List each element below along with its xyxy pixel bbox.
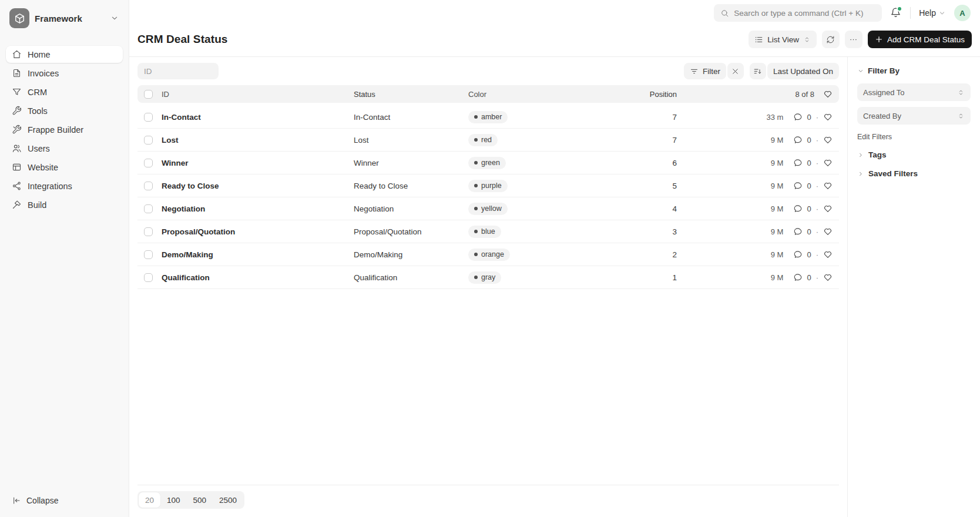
app-switcher[interactable]: Framework xyxy=(6,7,123,29)
heart-icon[interactable] xyxy=(823,135,833,145)
comment-count: 0 xyxy=(807,159,811,167)
help-menu[interactable]: Help xyxy=(919,8,946,18)
assigned-to-select[interactable]: Assigned To xyxy=(857,83,971,101)
comment-icon[interactable] xyxy=(793,135,803,145)
cell-id: Demo/Making xyxy=(162,250,354,259)
sidebar-item[interactable]: Build xyxy=(6,196,123,213)
list-footer: 20 100 500 2500 xyxy=(137,485,839,517)
sidebar-item[interactable]: Invoices xyxy=(6,65,123,82)
header-check-cell xyxy=(144,90,162,99)
comment-count: 0 xyxy=(807,182,811,190)
filter-by-section-toggle[interactable]: Filter By xyxy=(857,66,971,75)
page-size-button[interactable]: 20 xyxy=(139,492,160,508)
page-title: CRM Deal Status xyxy=(137,33,228,46)
comment-icon[interactable] xyxy=(793,112,803,122)
global-search[interactable] xyxy=(714,4,882,22)
ellipsis-icon xyxy=(849,35,858,44)
view-switcher-button[interactable]: List View xyxy=(749,31,817,48)
sort-icon xyxy=(753,67,762,76)
table-row[interactable]: Ready to Close Ready to Close purple 5 9 xyxy=(137,174,839,197)
collapse-sidebar-button[interactable]: Collapse xyxy=(6,492,123,509)
page-size-button[interactable]: 100 xyxy=(160,492,187,508)
close-icon xyxy=(731,67,740,76)
select-all-checkbox[interactable] xyxy=(144,90,153,99)
row-checkbox[interactable] xyxy=(144,273,153,282)
heart-icon[interactable] xyxy=(823,112,833,122)
edit-filters-link[interactable]: Edit Filters xyxy=(857,133,971,141)
row-checkbox[interactable] xyxy=(144,113,153,122)
id-filter-input[interactable] xyxy=(137,63,219,79)
clear-filter-button[interactable] xyxy=(727,63,744,79)
comment-icon[interactable] xyxy=(793,250,803,259)
chevron-right-icon xyxy=(857,152,864,159)
cell-id: Lost xyxy=(162,136,354,145)
notifications-button[interactable] xyxy=(890,7,902,19)
sidebar-item-label: Invoices xyxy=(28,69,59,78)
cell-modified: 33 m xyxy=(767,113,784,122)
table-row[interactable]: Demo/Making Demo/Making orange 2 9 M xyxy=(137,243,839,266)
assigned-to-label: Assigned To xyxy=(863,88,905,97)
table-row[interactable]: Lost Lost red 7 9 M xyxy=(137,129,839,152)
page-size-selector: 20 100 500 2500 xyxy=(137,491,244,509)
cell-id: Qualification xyxy=(162,273,354,282)
row-checkbox[interactable] xyxy=(144,204,153,213)
heart-icon[interactable] xyxy=(823,158,833,167)
comment-icon[interactable] xyxy=(793,204,803,213)
row-checkbox[interactable] xyxy=(144,136,153,145)
meta-separator: · xyxy=(815,136,819,145)
users-icon xyxy=(12,143,22,153)
sidebar-item[interactable]: CRM xyxy=(6,83,123,100)
sidebar-item[interactable]: Frappe Builder xyxy=(6,121,123,138)
heart-icon[interactable] xyxy=(823,89,833,99)
row-checkbox[interactable] xyxy=(144,250,153,259)
comment-icon[interactable] xyxy=(793,181,803,190)
heart-icon[interactable] xyxy=(823,227,833,236)
sidebar-item[interactable]: Tools xyxy=(6,102,123,119)
refresh-button[interactable] xyxy=(822,31,840,48)
heart-icon[interactable] xyxy=(823,181,833,190)
meta-separator: · xyxy=(815,113,819,122)
cube-icon xyxy=(14,13,25,24)
meta-separator: · xyxy=(815,204,819,213)
sort-field-button[interactable]: Last Updated On xyxy=(767,63,839,79)
row-checkbox[interactable] xyxy=(144,182,153,190)
collapse-label: Collapse xyxy=(26,496,58,505)
sidebar-item[interactable]: Website xyxy=(6,159,123,176)
table-row[interactable]: Negotiation Negotiation yellow 4 9 M xyxy=(137,197,839,220)
heart-icon[interactable] xyxy=(823,250,833,259)
search-icon xyxy=(720,9,729,18)
table-row[interactable]: Qualification Qualification gray 1 9 M xyxy=(137,266,839,289)
page-size-button[interactable]: 2500 xyxy=(213,492,243,508)
heart-icon[interactable] xyxy=(823,273,833,282)
chevron-down-icon xyxy=(938,9,946,17)
filter-button[interactable]: Filter xyxy=(684,63,726,79)
more-options-button[interactable] xyxy=(845,31,862,48)
comment-icon[interactable] xyxy=(793,273,803,282)
add-crm-deal-status-button[interactable]: Add CRM Deal Status xyxy=(868,31,972,48)
table-row[interactable]: In-Contact In-Contact amber 7 33 m xyxy=(137,106,839,129)
sort-direction-button[interactable] xyxy=(750,63,766,79)
sidebar-item[interactable]: Users xyxy=(6,140,123,157)
comment-icon[interactable] xyxy=(793,158,803,167)
heart-icon[interactable] xyxy=(823,204,833,213)
table-row[interactable]: Proposal/Quotation Proposal/Quotation bl… xyxy=(137,220,839,243)
color-tag: gray xyxy=(468,271,501,284)
cell-id: Winner xyxy=(162,159,354,167)
page-size-button[interactable]: 500 xyxy=(187,492,213,508)
comment-icon[interactable] xyxy=(793,227,803,236)
sidebar-item-label: Website xyxy=(28,163,58,172)
tags-section-toggle[interactable]: Tags xyxy=(857,150,971,159)
saved-filters-section-toggle[interactable]: Saved Filters xyxy=(857,169,971,178)
row-checkbox[interactable] xyxy=(144,227,153,236)
user-avatar[interactable]: A xyxy=(954,5,971,21)
cell-modified: 9 M xyxy=(771,159,784,167)
created-by-select[interactable]: Created By xyxy=(857,107,971,125)
add-button-label: Add CRM Deal Status xyxy=(887,35,965,44)
framework-logo xyxy=(9,8,29,28)
website-icon xyxy=(12,162,22,172)
row-checkbox[interactable] xyxy=(144,159,153,167)
table-row[interactable]: Winner Winner green 6 9 M xyxy=(137,152,839,174)
sidebar-item[interactable]: Integrations xyxy=(6,177,123,194)
search-input[interactable] xyxy=(734,9,875,18)
sidebar-item[interactable]: Home xyxy=(6,46,123,63)
